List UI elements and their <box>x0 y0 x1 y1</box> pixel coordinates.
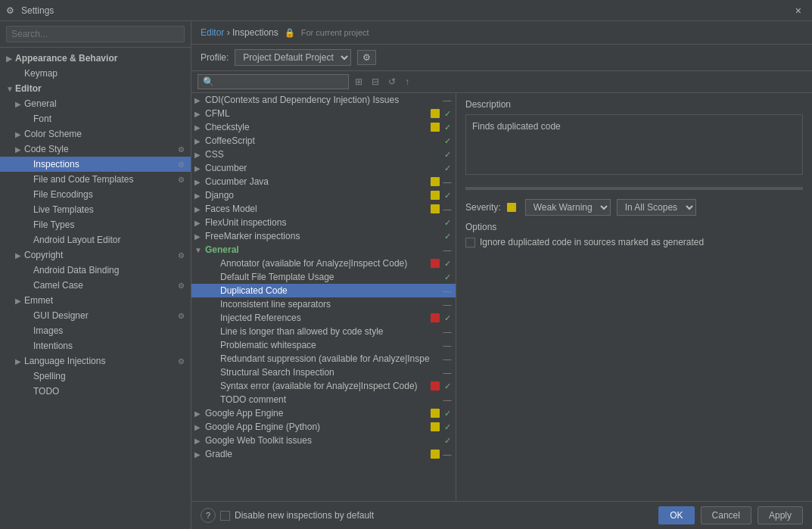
sidebar-item-spelling[interactable]: Spelling <box>0 369 191 384</box>
sidebar-item-appearance[interactable]: ▶ Appearance & Behavior <box>0 51 191 66</box>
sidebar-item-todo[interactable]: TODO <box>0 384 191 399</box>
sidebar-item-emmet[interactable]: ▶ Emmet <box>0 293 191 308</box>
cancel-button[interactable]: Cancel <box>701 506 751 524</box>
inspection-label: CDI(Contexts and Dependency Injection) I… <box>205 95 442 105</box>
breadcrumb-inspections: Inspections <box>232 27 278 38</box>
apply-button[interactable]: Apply <box>758 506 803 524</box>
check-icon: — <box>442 177 453 186</box>
arrow-icon: ▶ <box>15 145 24 154</box>
ok-button[interactable]: OK <box>658 506 694 524</box>
inspection-group-cucumber[interactable]: ▶ Cucumber ✓ <box>191 161 456 175</box>
inspection-item-line-longer[interactable]: Line is longer than allowed by code styl… <box>191 325 456 338</box>
description-section: Description Finds duplicated code <box>465 99 803 175</box>
inspection-group-google-web-toolkit[interactable]: ▶ Google Web Toolkit issues ✓ <box>191 434 456 447</box>
profile-select[interactable]: Project Default Project <box>235 49 351 66</box>
option-row-1: Ignore duplicated code in sources marked… <box>465 237 803 247</box>
inspection-item-duplicated-code[interactable]: Duplicated Code — <box>191 284 456 297</box>
severity-color-box <box>431 313 440 322</box>
inspection-group-google-app-engine[interactable]: ▶ Google App Engine ✓ <box>191 406 456 420</box>
inspection-label: Syntax error (available for Analyze|Insp… <box>220 381 431 391</box>
disable-inspections-checkbox[interactable] <box>220 511 230 521</box>
sidebar-item-editor[interactable]: ▼ Editor <box>0 81 191 96</box>
inspection-group-css[interactable]: ▶ CSS ✓ <box>191 148 456 161</box>
close-button[interactable]: × <box>791 3 806 18</box>
inspection-group-freemarker[interactable]: ▶ FreeMarker inspections ✓ <box>191 229 456 243</box>
reset-button[interactable]: ↺ <box>385 75 399 89</box>
inspection-group-cdi[interactable]: ▶ CDI(Contexts and Dependency Injection)… <box>191 93 456 107</box>
sidebar-item-language-injections[interactable]: ▶ Language Injections ⚙ <box>0 353 191 369</box>
inspection-item-problematic-whitespace[interactable]: Problematic whitespace — <box>191 338 456 352</box>
inspection-group-gradle[interactable]: ▶ Gradle — <box>191 447 456 461</box>
inspection-item-default-file[interactable]: Default File Template Usage ✓ <box>191 270 456 284</box>
resize-handle[interactable] <box>465 187 803 190</box>
severity-color-box <box>431 204 440 213</box>
arrow-icon: ▶ <box>15 297 24 305</box>
sidebar-item-android-layout-editor[interactable]: Android Layout Editor <box>0 232 191 247</box>
arrow-icon: ▶ <box>194 437 205 445</box>
inspection-group-checkstyle[interactable]: ▶ Checkstyle ✓ <box>191 120 456 134</box>
severity-color-box <box>431 191 440 200</box>
sidebar-item-copyright[interactable]: ▶ Copyright ⚙ <box>0 247 191 263</box>
cog-icon: ⚙ <box>178 145 185 154</box>
inspection-item-structural-search[interactable]: Structural Search Inspection — <box>191 366 456 379</box>
sidebar-item-label: Copyright <box>24 250 175 260</box>
inspection-item-annotator[interactable]: Annotator (available for Analyze|Inspect… <box>191 257 456 270</box>
sidebar-item-intentions[interactable]: Intentions <box>0 338 191 353</box>
inspection-item-inconsistent-line[interactable]: Inconsistent line separators — <box>191 297 456 311</box>
sidebar-item-file-types[interactable]: File Types <box>0 217 191 232</box>
sidebar-item-label: Code Style <box>24 144 175 154</box>
gear-button[interactable]: ⚙ <box>357 50 376 65</box>
description-text: Finds duplicated code <box>465 114 803 175</box>
inspection-item-syntax-error[interactable]: Syntax error (available for Analyze|Insp… <box>191 379 456 393</box>
inspection-label: Faces Model <box>205 204 431 214</box>
inspection-group-faces-model[interactable]: ▶ Faces Model — <box>191 202 456 216</box>
sidebar-item-android-data-binding[interactable]: Android Data Binding <box>0 263 191 278</box>
sidebar-item-live-templates[interactable]: Live Templates <box>0 202 191 217</box>
inspection-group-google-app-engine-python[interactable]: ▶ Google App Engine (Python) ✓ <box>191 420 456 434</box>
inspection-group-cfml[interactable]: ▶ CFML ✓ <box>191 107 456 120</box>
inspection-search-input[interactable] <box>198 74 349 89</box>
sidebar-item-camel-case[interactable]: Camel Case ⚙ <box>0 278 191 293</box>
description-label: Description <box>465 99 803 110</box>
options-section: Options Ignore duplicated code in source… <box>465 222 803 250</box>
sidebar-item-label: Appearance & Behavior <box>15 53 185 64</box>
sidebar-item-gui-designer[interactable]: GUI Designer ⚙ <box>0 308 191 323</box>
sidebar-item-file-encodings[interactable]: File Encodings <box>0 187 191 202</box>
arrow-icon: ▶ <box>15 251 24 260</box>
sidebar-item-images[interactable]: Images <box>0 323 191 338</box>
check-icon: — <box>442 450 453 459</box>
inspection-item-todo-comment[interactable]: TODO comment — <box>191 393 456 406</box>
search-input[interactable] <box>6 26 185 42</box>
inspection-group-flexunit[interactable]: ▶ FlexUnit inspections ✓ <box>191 216 456 229</box>
sidebar-item-label: Intentions <box>33 341 185 351</box>
severity-select[interactable]: Weak Warning Error Warning <box>525 199 611 216</box>
sidebar-item-color-scheme[interactable]: ▶ Color Scheme <box>0 126 191 142</box>
breadcrumb-editor[interactable]: Editor <box>201 27 224 38</box>
expand-button[interactable]: ⊟ <box>369 75 382 89</box>
check-icon: ✓ <box>442 422 453 432</box>
sidebar-item-code-style[interactable]: ▶ Code Style ⚙ <box>0 142 191 157</box>
inspection-group-coffeescript[interactable]: ▶ CoffeeScript ✓ <box>191 134 456 148</box>
inspections-body: ▶ CDI(Contexts and Dependency Injection)… <box>191 93 812 501</box>
sidebar-item-general[interactable]: ▶ General <box>0 96 191 111</box>
export-button[interactable]: ↑ <box>402 75 412 89</box>
check-icon: ✓ <box>442 313 453 323</box>
sidebar-item-label: Language Injections <box>24 356 175 366</box>
inspection-group-general[interactable]: ▼ General — <box>191 243 456 257</box>
sidebar-item-label: TODO <box>33 386 185 397</box>
inspection-item-injected-references[interactable]: Injected References ✓ <box>191 311 456 325</box>
scope-select[interactable]: In All Scopes <box>617 199 696 216</box>
sidebar-item-keymap[interactable]: Keymap <box>0 66 191 81</box>
severity-color-box <box>431 450 440 459</box>
bottom-bar: ? Disable new inspections by default OK … <box>191 501 812 529</box>
help-button[interactable]: ? <box>201 508 216 523</box>
inspection-group-cucumber-java[interactable]: ▶ Cucumber Java — <box>191 175 456 188</box>
sidebar-item-file-code-templates[interactable]: File and Code Templates ⚙ <box>0 172 191 187</box>
inspection-item-redundant-suppression[interactable]: Redundant suppression (available for Ana… <box>191 352 456 366</box>
inspection-group-django[interactable]: ▶ Django ✓ <box>191 188 456 202</box>
option1-checkbox[interactable] <box>465 238 475 247</box>
sidebar-item-inspections[interactable]: Inspections ⚙ <box>0 157 191 172</box>
sidebar-item-font[interactable]: Font <box>0 111 191 126</box>
inspection-label: Gradle <box>205 449 431 459</box>
filter-button[interactable]: ⊞ <box>352 75 366 89</box>
